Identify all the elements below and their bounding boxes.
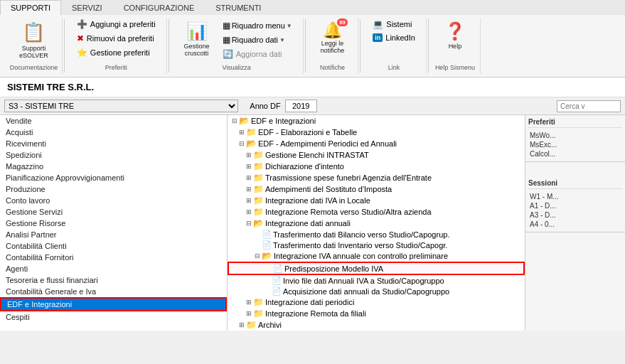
esolver-icon: 📋 bbox=[22, 21, 45, 43]
btn-riquadro-menu[interactable]: ▦ Riquadro menu ▼ bbox=[219, 19, 296, 32]
tree-item-10[interactable]: ⊟📂Integrazione dati annuali bbox=[228, 218, 525, 229]
tree-item-15[interactable]: 📄Invio file dati Annuali IVA a Studio/Ca… bbox=[228, 275, 525, 286]
preferiti-item[interactable]: MsWo... bbox=[528, 131, 622, 140]
tree-item-11[interactable]: 📄Trasferimento dati Bilancio verso Studi… bbox=[228, 229, 525, 240]
tree-expand-icon[interactable]: ⊞ bbox=[237, 129, 246, 136]
nav-item-contabilità-generale-e-iva[interactable]: Contabilità Generale e Iva bbox=[0, 286, 227, 297]
nav-item-ricevimenti[interactable]: Ricevimenti bbox=[0, 138, 227, 149]
nav-item-tesoreria-e-flussi-finanziari[interactable]: Tesoreria e flussi finanziari bbox=[0, 274, 227, 286]
tree-expand-icon[interactable]: ⊞ bbox=[245, 163, 253, 170]
tree-expand-icon[interactable]: ⊟ bbox=[230, 117, 239, 124]
plus-icon: ➕ bbox=[77, 19, 87, 29]
btn-rimuovi-preferiti[interactable]: ✖ Rimuovi da preferiti bbox=[73, 32, 159, 45]
btn-aggiorna-dati[interactable]: 🔄 Aggiorna dati bbox=[219, 48, 296, 60]
tree-item-13[interactable]: ⊟📂Integrazione IVA annuale con controllo… bbox=[228, 250, 525, 262]
tree-expand-icon[interactable]: ⊟ bbox=[253, 252, 262, 259]
nav-item-vendite[interactable]: Vendite bbox=[0, 115, 227, 127]
btn-gestione-preferiti[interactable]: ⭐ Gestione preferiti bbox=[73, 46, 159, 59]
tree-item-9[interactable]: ⊞📁Integrazione Remota verso Studio/Altra… bbox=[228, 206, 525, 218]
tree-expand-icon[interactable]: ⊞ bbox=[245, 208, 253, 215]
tree-item-6[interactable]: ⊞📁Trasmissione spese funebri Agenzia del… bbox=[228, 172, 525, 183]
anno-df-input[interactable] bbox=[285, 100, 317, 112]
tree-item-5[interactable]: ⊞📁Dichiarazione d'intento bbox=[228, 161, 525, 172]
tree-label: Trasferimento dati Bilancio verso Studio… bbox=[273, 230, 449, 239]
sessioni-item[interactable]: A4 - 0... bbox=[528, 220, 622, 229]
tree-expand-icon[interactable]: ⊞ bbox=[245, 151, 253, 159]
tree-item-12[interactable]: 📄Trasferimento dati Inventario verso Stu… bbox=[228, 240, 525, 250]
folder-icon: 📂 bbox=[262, 251, 272, 261]
nav-item-contabilità-clienti[interactable]: Contabilità Clienti bbox=[0, 240, 227, 252]
search-input[interactable] bbox=[557, 100, 621, 112]
tree-item-2[interactable]: ⊞📁EDF - Elaborazioni e Tabelle bbox=[228, 127, 525, 138]
sessioni-item[interactable]: W1 - M... bbox=[528, 192, 622, 201]
btn-riquadro-dati[interactable]: ▦ Riquadro dati ▼ bbox=[219, 33, 296, 46]
tree-item-19[interactable]: ⊞📁Archivi bbox=[228, 319, 525, 331]
nav-item-spedizioni[interactable]: Spedizioni bbox=[0, 149, 227, 161]
folder-icon: 📄 bbox=[262, 240, 272, 250]
right-panel: Preferiti MsWo...MsExc...Calcol... Sessi… bbox=[525, 115, 625, 331]
visualizza-label: Visualizza bbox=[171, 64, 303, 71]
btn-supporti-esolver[interactable]: 📋 SupportieSOLVER bbox=[13, 18, 55, 63]
ribbon-group-notifiche: 🔔 89 Leggi lenotifiche Notifiche bbox=[307, 18, 359, 74]
btn-gestione-cruscotti[interactable]: 📊 Gestionecruscotti bbox=[178, 18, 216, 60]
nav-item-acquisti[interactable]: Acquisti bbox=[0, 127, 227, 138]
nav-item-gestione-risorse[interactable]: Gestione Risorse bbox=[0, 218, 227, 229]
tree-item-14[interactable]: 📄Predisposizione Modello IVA bbox=[228, 262, 525, 275]
sessioni-item[interactable]: A3 - D... bbox=[528, 210, 622, 220]
tree-item-17[interactable]: ⊞📁Integrazione dati periodici bbox=[228, 296, 525, 308]
tree-expand-icon[interactable]: ⊟ bbox=[237, 140, 246, 147]
help-items: ❓ Help bbox=[437, 18, 473, 65]
s3-selector[interactable]: S3 - SISTEMI TRE bbox=[4, 100, 238, 112]
help-sismenu-label: Help Sismenu bbox=[430, 64, 480, 71]
nav-item-contabilità-fornitori[interactable]: Contabilità Fornitori bbox=[0, 252, 227, 263]
documentazione-label: Documentazione bbox=[6, 64, 62, 71]
tree-expand-icon[interactable]: ⊞ bbox=[245, 310, 253, 317]
star-icon: ⭐ bbox=[77, 48, 87, 58]
btn-notifiche[interactable]: 🔔 89 Leggi lenotifiche bbox=[314, 18, 351, 58]
tree-item-3[interactable]: ⊟📂EDF - Adempimenti Periodici ed Annuali bbox=[228, 138, 525, 149]
nav-item-pianificazione-approvvigionamenti[interactable]: Pianificazione Approvvigionamenti bbox=[0, 172, 227, 183]
tree-expand-icon[interactable]: ⊟ bbox=[245, 220, 253, 227]
tree-label: Dichiarazione d'intento bbox=[265, 162, 344, 171]
tree-item-1[interactable]: ⊟📂EDF e Integrazioni bbox=[228, 115, 525, 127]
btn-help[interactable]: ❓ Help bbox=[437, 18, 473, 53]
tree-item-7[interactable]: ⊞📁Adempimenti del Sostituto d'Imposta bbox=[228, 183, 525, 195]
tab-strumenti[interactable]: STRUMENTI bbox=[205, 0, 272, 15]
tree-item-8[interactable]: ⊞📁Integrazione dati IVA in Locale bbox=[228, 195, 525, 206]
nav-item-magazzino[interactable]: Magazzino bbox=[0, 161, 227, 172]
ribbon: SUPPORTI SERVIZI CONFIGURAZIONE STRUMENT… bbox=[0, 0, 625, 77]
tree-expand-icon[interactable]: ⊞ bbox=[245, 197, 253, 204]
nav-item-analisi-partner[interactable]: Analisi Partner bbox=[0, 229, 227, 240]
tree-item-18[interactable]: ⊞📁Integrazione Remota da filiali bbox=[228, 308, 525, 319]
nav-item-conto-lavoro[interactable]: Conto lavoro bbox=[0, 195, 227, 206]
tree-item-4[interactable]: ⊞📁Gestione Elenchi INTRASTAT bbox=[228, 149, 525, 161]
tree-expand-icon[interactable]: ⊞ bbox=[237, 321, 246, 328]
tree-expand-icon[interactable]: ⊞ bbox=[245, 174, 253, 181]
tree-label: Invio file dati Annuali IVA a Studio/Cap… bbox=[283, 277, 444, 285]
sessioni-item[interactable]: A1 - D... bbox=[528, 201, 622, 210]
tree-expand-icon[interactable]: ⊞ bbox=[245, 186, 253, 193]
folder-icon: 📄 bbox=[272, 287, 282, 296]
center-panel: ⊟📂EDF e Integrazioni⊞📁EDF - Elaborazioni… bbox=[228, 115, 525, 331]
preferiti-item[interactable]: MsExc... bbox=[528, 140, 622, 149]
notifiche-badge: 89 bbox=[337, 18, 348, 26]
btn-aggiungi-preferiti[interactable]: ➕ Aggiungi a preferiti bbox=[73, 18, 159, 31]
nav-item-agenti[interactable]: Agenti bbox=[0, 263, 227, 274]
nav-item-cespiti[interactable]: Cespiti bbox=[0, 311, 227, 323]
btn-linkedin[interactable]: in LinkedIn bbox=[369, 32, 419, 43]
nav-item-produzione[interactable]: Produzione bbox=[0, 183, 227, 195]
tree-item-16[interactable]: 📄Acquisizione dati annuali da Studio/Cap… bbox=[228, 286, 525, 296]
menu-icon: ▦ bbox=[223, 21, 230, 31]
tree-label: Integrazione IVA annuale con controllo p… bbox=[274, 252, 448, 260]
notifiche-label-group: Notifiche bbox=[307, 64, 358, 71]
tree-expand-icon[interactable]: ⊞ bbox=[245, 299, 253, 306]
tab-servizi[interactable]: SERVIZI bbox=[61, 0, 113, 15]
nav-item-gestione-servizi[interactable]: Gestione Servizi bbox=[0, 206, 227, 218]
folder-icon: 📁 bbox=[246, 320, 257, 330]
preferiti-item[interactable]: Calcol... bbox=[528, 149, 622, 159]
tab-supporti[interactable]: SUPPORTI bbox=[0, 0, 61, 15]
tab-configurazione[interactable]: CONFIGURAZIONE bbox=[113, 0, 205, 15]
folder-icon: 📁 bbox=[253, 309, 264, 318]
nav-item-edf-e-integrazioni[interactable]: EDF e Integrazioni bbox=[0, 297, 227, 311]
btn-sistemi[interactable]: 💻 Sistemi bbox=[369, 18, 419, 31]
